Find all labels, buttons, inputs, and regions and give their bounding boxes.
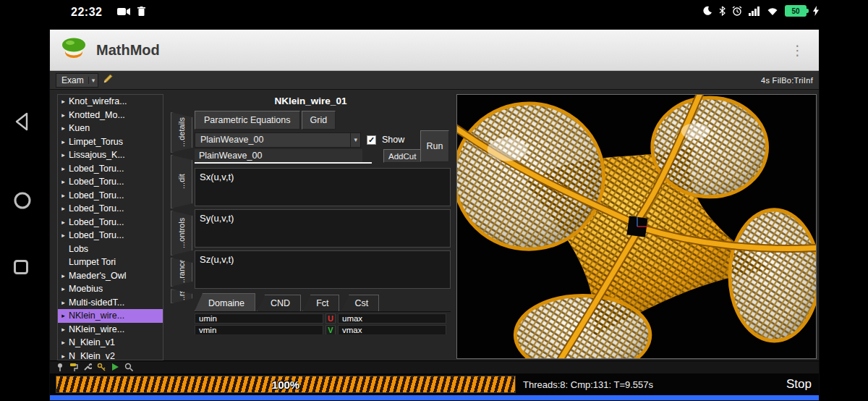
video-icon	[117, 7, 130, 16]
list-item[interactable]: ▸ Knotted_Mo...	[58, 109, 163, 122]
domain-tab[interactable]: CND	[257, 295, 301, 311]
list-item[interactable]: ▸ NKlein_wire...	[58, 323, 163, 337]
search-icon[interactable]	[124, 361, 133, 374]
list-item[interactable]: ▸ Maeder's_Owl	[58, 269, 163, 283]
wrench-icon[interactable]	[83, 361, 92, 374]
list-item[interactable]: ▸ Lissajous_K...	[58, 148, 163, 162]
expand-arrow-icon[interactable]: ▸	[58, 353, 69, 360]
list-item[interactable]: ▸ Moebius	[58, 282, 163, 296]
list-item[interactable]: ▸ Lumpet Tori	[58, 256, 163, 269]
model-name: Kuen	[69, 123, 90, 133]
expand-arrow-icon[interactable]: ▸	[58, 205, 69, 212]
expand-arrow-icon[interactable]: ▸	[58, 326, 69, 333]
parametric-equations-button[interactable]: Parametric Equations	[195, 111, 300, 130]
umax-field[interactable]: umax	[338, 313, 446, 324]
sx-equation-box[interactable]: Sx(u,v,t)	[195, 168, 451, 206]
home-icon[interactable]	[13, 191, 32, 213]
umin-field[interactable]: umin	[195, 313, 323, 324]
signal-icon	[749, 7, 760, 16]
toolbar: Exam ▾ 4s FilBo:TriInf	[50, 71, 819, 90]
progress-bar: 100%	[56, 376, 516, 393]
expand-arrow-icon[interactable]: ▸	[58, 272, 69, 279]
recents-icon[interactable]	[13, 259, 29, 278]
expand-arrow-icon[interactable]: ▸	[58, 192, 69, 199]
expand-arrow-icon[interactable]: ▸	[58, 98, 69, 105]
list-item[interactable]: ▸ Kuen	[58, 122, 163, 135]
domain-tab[interactable]: Fct	[302, 295, 339, 311]
model-name: Limpet_Torus	[69, 137, 123, 147]
list-item[interactable]: ▸ Lobed_Toru...	[58, 175, 163, 189]
model-name-field[interactable]: PlainWeave_00	[195, 149, 362, 162]
sz-equation-box[interactable]: Sz(u,v,t)	[195, 250, 451, 289]
model-name: N_Klein_v2	[69, 351, 115, 360]
vmax-field[interactable]: vmax	[338, 325, 446, 334]
threads-info: Threads:8: Cmp:131: T=9.557s	[523, 379, 653, 390]
list-item[interactable]: ▸ Limpet_Torus	[58, 135, 163, 149]
paint-icon[interactable]	[69, 361, 78, 374]
expand-arrow-icon[interactable]: ▸	[58, 124, 69, 132]
side-tab[interactable]: ...rs	[171, 289, 192, 303]
addcut-button[interactable]: AddCut	[383, 149, 421, 163]
domain-tab-bar: DomaineCNDFctCst	[195, 292, 451, 311]
list-item[interactable]: ▸ Lobed_Toru...	[58, 202, 163, 216]
list-item[interactable]: ▸ NKlein_wire...	[58, 309, 163, 323]
pin-icon[interactable]	[56, 361, 64, 374]
night-mode-icon	[702, 6, 712, 16]
vmin-field[interactable]: vmin	[195, 325, 323, 334]
expand-arrow-icon[interactable]: ▸	[58, 151, 69, 159]
expand-arrow-icon[interactable]: ▸	[58, 165, 69, 172]
domain-tab[interactable]: Cst	[341, 295, 379, 311]
battery-icon: 50	[785, 5, 807, 17]
bottom-toolbar	[50, 360, 819, 373]
expand-arrow-icon[interactable]: ▸	[58, 178, 69, 185]
side-tab[interactable]: ...rance	[171, 258, 192, 287]
side-tab[interactable]: ...details	[171, 112, 192, 153]
side-tab-strip: ...details...dit...ontrols...rance...rs	[171, 111, 192, 360]
mathmod-window: MathMod ⋮ Exam ▾ 4s FilBo:TriInf ▸ Knot_…	[49, 29, 820, 401]
bluetooth-icon	[719, 6, 726, 16]
render-stats-text: 4s FilBo:TriInf	[761, 76, 813, 85]
v-badge: V	[326, 325, 336, 334]
list-item[interactable]: ▸ Lobed_Toru...	[58, 216, 163, 229]
editor-main: Parametric Equations Grid PlainWeave_00 …	[192, 111, 451, 360]
app-title: MathMod	[96, 42, 160, 59]
list-item[interactable]: ▸ N_Klein_v1	[58, 336, 163, 350]
sy-equation-box[interactable]: Sy(u,v,t)	[195, 209, 451, 248]
expand-arrow-icon[interactable]: ▸	[58, 339, 69, 346]
key-icon[interactable]	[97, 361, 106, 374]
list-item[interactable]: ▸ Multi-sidedT...	[58, 296, 163, 310]
back-icon[interactable]	[13, 111, 30, 135]
model-name: Lobed_Toru...	[69, 203, 124, 214]
list-item[interactable]: ▸ N_Klein_v2	[58, 350, 163, 361]
expand-arrow-icon[interactable]: ▸	[58, 312, 69, 319]
grid-button[interactable]: Grid	[302, 111, 336, 130]
model-select[interactable]: PlainWeave_00 ▾	[195, 132, 361, 148]
model-name: Lobed_Toru...	[69, 230, 124, 240]
3d-viewport[interactable]	[456, 94, 817, 359]
side-tab[interactable]: ...ontrols	[171, 211, 192, 256]
overflow-menu-icon[interactable]: ⋮	[786, 43, 809, 57]
play-icon[interactable]	[111, 361, 119, 374]
chevron-down-icon: ▾	[350, 133, 360, 147]
expand-arrow-icon[interactable]: ▸	[58, 285, 69, 292]
expand-arrow-icon[interactable]: ▸	[58, 138, 69, 145]
side-tab[interactable]: ...dit	[171, 155, 192, 208]
list-item[interactable]: ▸ Lobed_Toru...	[58, 189, 163, 203]
domain-fields: umin U umax vmin V vmax	[195, 311, 451, 334]
examples-dropdown[interactable]: Exam ▾	[56, 73, 98, 88]
current-model-title: NKlein_wire_01	[171, 96, 451, 106]
edit-pencil-icon[interactable]	[103, 73, 114, 87]
domain-tab[interactable]: Domaine	[195, 293, 255, 311]
run-button[interactable]: Run	[420, 130, 449, 162]
list-item[interactable]: ▸ Lobed_Toru...	[58, 162, 163, 176]
progress-percent: 100%	[56, 379, 515, 391]
show-checkbox[interactable]: ✓	[367, 135, 376, 145]
expand-arrow-icon[interactable]: ▸	[58, 111, 69, 119]
expand-arrow-icon[interactable]: ▸	[58, 219, 69, 226]
expand-arrow-icon[interactable]: ▸	[58, 299, 69, 306]
expand-arrow-icon[interactable]: ▸	[58, 232, 69, 239]
list-item[interactable]: ▸ Lobed_Toru...	[58, 229, 163, 242]
stop-button[interactable]: Stop	[786, 377, 812, 392]
list-item[interactable]: ▸ Lobs	[58, 242, 163, 256]
list-item[interactable]: ▸ Knot_wirefra...	[58, 95, 163, 109]
